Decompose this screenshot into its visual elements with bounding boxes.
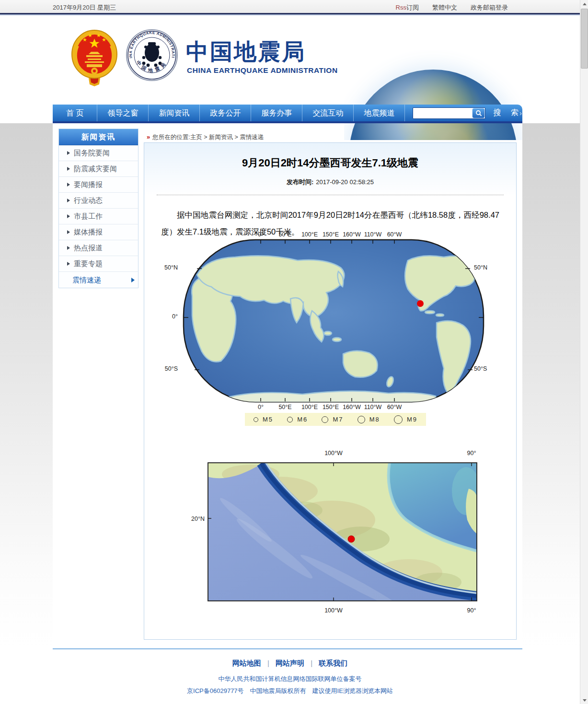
world-map-top-tick: 160°W xyxy=(343,231,361,238)
gov-mailbox-login-link[interactable]: 政务邮箱登录 xyxy=(471,3,508,12)
world-map-bottom-tick: 0° xyxy=(258,404,264,411)
world-map-bottom-tick: 60°W xyxy=(387,404,402,411)
sidebar-item-label: 热点报道 xyxy=(74,240,103,256)
region-map-bottom-tick: 100°W xyxy=(324,607,343,614)
sidebar-item-label: 国务院要闻 xyxy=(74,145,110,161)
region-map-top-tick: 100°W xyxy=(324,450,343,457)
legend-label: M9 xyxy=(407,416,417,423)
publish-time-row: 发布时间:2017-09-20 02:58:25 xyxy=(144,178,516,187)
sidebar-item-label: 防震减灾要闻 xyxy=(74,161,117,176)
cea-seal-logo: CHINA EARTHQUAKE ADMINISTRATION 中国地震局 xyxy=(126,28,178,82)
footer-link-sitemap[interactable]: 网站地图 xyxy=(232,659,261,667)
region-map-figure: 100°W 90° 20°N xyxy=(144,450,517,619)
world-map-top-tick: 100°E xyxy=(301,231,318,238)
sidebar-news-menu: 新闻资讯 国务院要闻 防震减灾要闻 要闻播报 行业动态 市县工作 xyxy=(58,129,138,288)
world-map-left-tick: 0° xyxy=(157,313,178,320)
triangle-icon xyxy=(67,151,70,155)
triangle-icon xyxy=(67,230,70,234)
footer-copyright-line: 京ICP备06029777号 中国地震局版权所有 建议使用IE浏览器浏览本网站 xyxy=(0,687,580,695)
scrollbar-down-button[interactable] xyxy=(580,696,588,704)
magnitude-circle-icon xyxy=(254,417,258,422)
world-map-top-tick: 150°E xyxy=(323,231,339,238)
sidebar-item-industry-trends[interactable]: 行业动态 xyxy=(59,193,138,209)
site-title-en: CHINA EARTHQUAKE ADMINISTRATION xyxy=(187,66,338,75)
nav-item-interaction[interactable]: 交流互动 xyxy=(302,105,354,121)
sidebar-item-hot-reports[interactable]: 热点报道 xyxy=(59,240,138,256)
world-map-left-tick: 50°N xyxy=(157,264,178,271)
footer-divider xyxy=(53,648,522,649)
world-map-bottom-tick: 100°E xyxy=(301,404,318,411)
footer-link-contact[interactable]: 联系我们 xyxy=(319,659,347,667)
rss-link[interactable]: Rss订阅 xyxy=(396,3,419,12)
epicenter-dot xyxy=(348,536,355,542)
sidebar-item-city-county-work[interactable]: 市县工作 xyxy=(59,209,138,224)
triangle-icon xyxy=(67,199,70,202)
region-map-bottom-tick: 90° xyxy=(467,607,476,614)
breadcrumb: »您所在的位置:主页 > 新闻资讯 > 震情速递 xyxy=(147,133,264,141)
search-button[interactable] xyxy=(472,108,485,118)
magnitude-circle-icon xyxy=(357,416,365,423)
site-footer: 网站地图 | 网站声明 | 联系我们 中华人民共和国计算机信息网络国际联网单位备… xyxy=(0,659,580,695)
search-arrow[interactable]: › xyxy=(519,109,522,117)
world-map-top-tick: 50°E xyxy=(278,231,291,238)
sidebar-item-disaster-reduction-news[interactable]: 防震减灾要闻 xyxy=(59,161,138,177)
sidebar-item-special-topics[interactable]: 重要专题 xyxy=(59,256,138,272)
triangle-icon xyxy=(67,262,70,266)
top-utility-bar: 2017年9月20日 星期三 Rss订阅 繁體中文 政务邮箱登录 xyxy=(0,0,580,14)
sidebar-item-earthquake-express-active[interactable]: 震情速递 xyxy=(59,272,138,288)
nav-item-news[interactable]: 新闻资讯 xyxy=(149,105,200,121)
legend-label: M7 xyxy=(333,416,343,423)
nav-item-home[interactable]: 首 页 xyxy=(53,105,97,121)
publish-time-value: 2017-09-20 02:58:25 xyxy=(316,178,374,186)
national-emblem-logo xyxy=(70,27,118,89)
triangle-icon xyxy=(67,183,70,187)
scrollbar-up-button[interactable] xyxy=(580,0,588,8)
nav-item-earthquake-channel[interactable]: 地震频道 xyxy=(354,105,405,121)
legend-entry-m5: M5 xyxy=(254,416,273,423)
arrow-down-icon xyxy=(583,699,587,702)
sidebar-item-label: 震情速递 xyxy=(72,272,101,288)
search-submit-label[interactable]: 搜 索 xyxy=(493,108,522,118)
world-map-bottom-tick: 50°E xyxy=(278,404,291,411)
main-nav: 首 页 领导之窗 新闻资讯 政务公开 服务办事 交流互动 地震频道 搜 索 › xyxy=(53,105,522,121)
rss-prefix: Rss xyxy=(396,4,406,11)
world-map-figure: 0° 50°E 100°E 150°E 160°W 110°W 60°W 50°… xyxy=(144,231,517,434)
legend-entry-m9: M9 xyxy=(394,415,417,424)
legend-entry-m8: M8 xyxy=(357,416,380,423)
footer-link-statement[interactable]: 网站声明 xyxy=(276,659,304,667)
triangle-icon xyxy=(67,214,70,218)
legend-label: M5 xyxy=(263,416,273,423)
scrollbar-thumb[interactable] xyxy=(581,9,588,69)
site-header: CHINA EARTHQUAKE ADMINISTRATION 中国地震局 中国… xyxy=(0,17,580,105)
region-map-image xyxy=(208,462,477,601)
world-map-bottom-tick: 160°W xyxy=(343,404,361,411)
main-wrapper: 新闻资讯 国务院要闻 防震减灾要闻 要闻播报 行业动态 市县工作 xyxy=(53,123,522,648)
dotted-divider xyxy=(157,195,504,195)
sidebar-item-key-news[interactable]: 要闻播报 xyxy=(59,177,138,193)
world-map-image xyxy=(183,239,484,403)
breadcrumb-path[interactable]: 您所在的位置:主页 > 新闻资讯 > 震情速递 xyxy=(152,134,264,141)
nav-item-services[interactable]: 服务办事 xyxy=(251,105,302,121)
legend-label: M8 xyxy=(369,416,380,423)
nav-item-leadership[interactable]: 领导之窗 xyxy=(97,105,149,121)
magnitude-circle-icon xyxy=(287,417,293,422)
nav-underline xyxy=(53,121,522,123)
triangle-icon xyxy=(67,246,70,250)
footer-separator: | xyxy=(311,659,312,667)
traditional-chinese-link[interactable]: 繁體中文 xyxy=(432,3,457,12)
sidebar-item-state-council-news[interactable]: 国务院要闻 xyxy=(59,145,138,161)
arrow-up-icon xyxy=(583,3,587,5)
search-icon xyxy=(475,110,482,117)
earth-globe-image xyxy=(344,50,522,140)
legend-label: M6 xyxy=(297,416,308,423)
world-map-top-tick: 110°W xyxy=(364,231,382,238)
nav-item-gov-affairs[interactable]: 政务公开 xyxy=(200,105,251,121)
footer-separator: | xyxy=(267,659,269,667)
search-box xyxy=(413,107,485,119)
site-title-cn: 中国地震局 xyxy=(186,37,306,67)
world-map-left-tick: 50°S xyxy=(157,365,178,372)
magnitude-circle-icon xyxy=(322,416,328,423)
scrollbar[interactable] xyxy=(580,0,588,704)
triangle-icon xyxy=(67,167,70,171)
sidebar-item-media-report[interactable]: 媒体播报 xyxy=(59,224,138,240)
